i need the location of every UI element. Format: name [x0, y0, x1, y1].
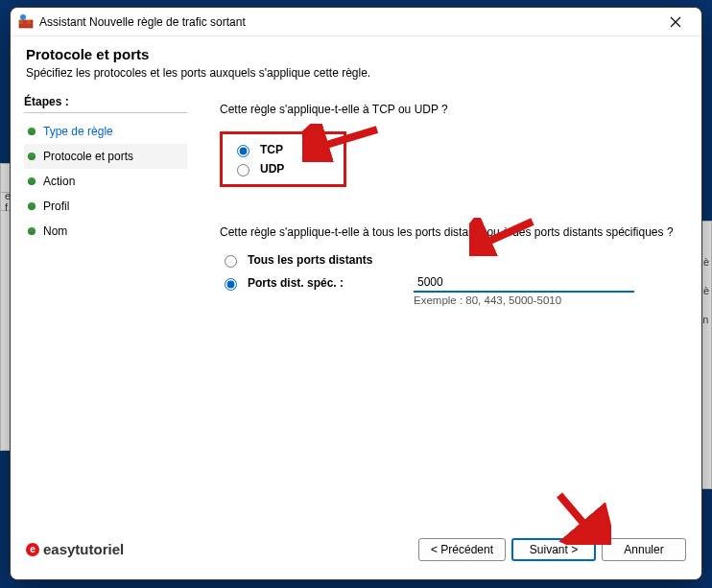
step-label: Nom — [43, 224, 67, 238]
radio-all-ports-input[interactable] — [225, 255, 237, 268]
ports-example: Exemple : 80, 443, 5000-5010 — [414, 294, 678, 306]
step-bullet-icon — [28, 153, 36, 160]
svg-rect-3 — [23, 20, 27, 24]
radio-all-ports[interactable]: Tous les ports distants — [220, 250, 678, 270]
back-button[interactable]: < Précédent — [418, 538, 506, 561]
radio-specific-ports-label: Ports dist. spéc. : — [248, 276, 344, 290]
watermark: e easytutoriel — [26, 541, 124, 557]
steps-title: Étapes : — [24, 95, 187, 113]
radio-specific-ports[interactable]: Ports dist. spéc. : — [220, 273, 402, 293]
step-label: Protocole et ports — [43, 150, 133, 163]
step-bullet-icon — [28, 177, 36, 185]
step-protocole-et-ports[interactable]: Protocole et ports — [24, 144, 187, 169]
specific-ports-input[interactable] — [414, 273, 634, 293]
watermark-icon: e — [26, 543, 39, 556]
step-action[interactable]: Action — [24, 169, 187, 194]
step-bullet-icon — [28, 227, 36, 235]
radio-all-ports-label: Tous les ports distants — [248, 253, 372, 267]
svg-point-5 — [20, 14, 26, 20]
step-nom[interactable]: Nom — [24, 219, 187, 244]
close-button[interactable] — [655, 9, 696, 35]
step-bullet-icon — [28, 128, 36, 135]
radio-udp-label: UDP — [260, 162, 284, 176]
svg-rect-4 — [27, 20, 31, 24]
footer: e easytutoriel < Précédent Suivant > Ann… — [11, 525, 701, 579]
cancel-button[interactable]: Annuler — [602, 538, 686, 561]
step-profil[interactable]: Profil — [24, 194, 187, 219]
radio-udp-input[interactable] — [237, 164, 249, 176]
main-content: Cette règle s'applique-t-elle à TCP ou U… — [187, 93, 688, 525]
step-label: Type de règle — [43, 125, 113, 138]
header: Protocole et ports Spécifiez les protoco… — [11, 36, 701, 93]
page-title: Protocole et ports — [26, 46, 686, 62]
step-label: Profil — [43, 200, 69, 213]
radio-udp[interactable]: UDP — [232, 159, 284, 178]
svg-rect-2 — [19, 20, 23, 24]
next-button[interactable]: Suivant > — [511, 538, 596, 561]
step-label: Action — [43, 175, 75, 188]
radio-tcp-input[interactable] — [237, 145, 249, 157]
window-title: Assistant Nouvelle règle de trafic sorta… — [39, 15, 655, 29]
step-bullet-icon — [28, 202, 36, 210]
step-type-de-regle[interactable]: Type de règle — [24, 119, 187, 144]
question-protocol: Cette règle s'applique-t-elle à TCP ou U… — [220, 103, 678, 116]
protocol-highlight-annotation: TCP UDP — [220, 131, 346, 187]
radio-tcp-label: TCP — [260, 143, 283, 156]
page-subtitle: Spécifiez les protocoles et les ports au… — [26, 66, 686, 80]
close-icon — [670, 16, 681, 28]
title-bar: Assistant Nouvelle règle de trafic sorta… — [11, 8, 701, 36]
radio-tcp[interactable]: TCP — [232, 140, 284, 159]
question-ports: Cette règle s'applique-t-elle à tous les… — [220, 225, 678, 239]
steps-panel: Étapes : Type de règle Protocole et port… — [24, 93, 187, 525]
dialog-window: Assistant Nouvelle règle de trafic sorta… — [10, 7, 702, 580]
radio-specific-ports-input[interactable] — [225, 278, 237, 291]
watermark-text: easytutoriel — [43, 541, 124, 557]
firewall-icon — [18, 14, 34, 30]
